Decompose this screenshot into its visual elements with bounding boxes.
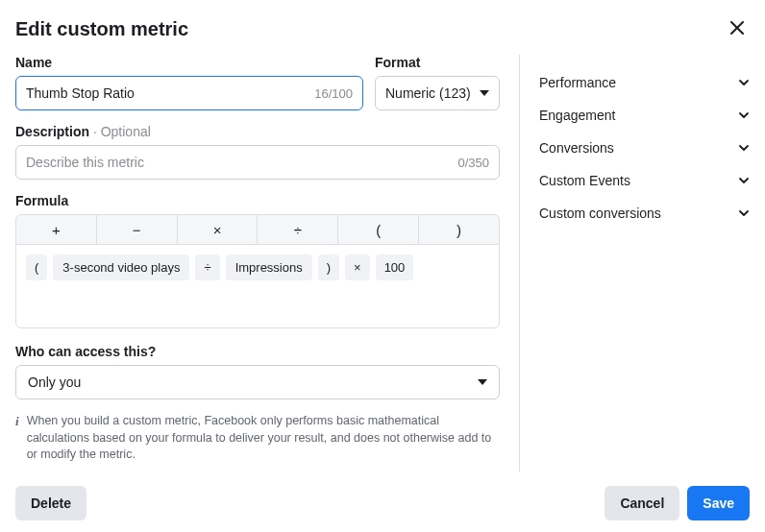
formula-label: Formula bbox=[15, 193, 500, 208]
formula-token[interactable]: ) bbox=[318, 254, 339, 280]
description-input[interactable]: Describe this metric 0/350 bbox=[15, 145, 500, 180]
cancel-button[interactable]: Cancel bbox=[605, 486, 679, 520]
operator-divide-button[interactable]: ÷ bbox=[258, 215, 338, 244]
format-selected-value: Numeric (123) bbox=[385, 85, 471, 101]
category-engagement[interactable]: Engagement bbox=[539, 99, 750, 132]
name-char-counter: 16/100 bbox=[314, 86, 353, 101]
format-select[interactable]: Numeric (123) bbox=[375, 76, 500, 110]
name-input-wrapper[interactable]: 16/100 bbox=[15, 76, 363, 110]
operator-rparen-button[interactable]: ) bbox=[419, 215, 499, 244]
description-label-text: Description bbox=[15, 124, 89, 139]
description-placeholder: Describe this metric bbox=[26, 155, 144, 170]
operator-toolbar: + − × ÷ ( ) bbox=[15, 214, 500, 244]
category-label: Engagement bbox=[539, 108, 615, 123]
access-select[interactable]: Only you bbox=[15, 365, 500, 399]
category-label: Custom Events bbox=[539, 173, 630, 188]
category-custom-events[interactable]: Custom Events bbox=[539, 164, 750, 197]
category-label: Custom conversions bbox=[539, 206, 661, 221]
name-label: Name bbox=[15, 55, 363, 70]
category-label: Conversions bbox=[539, 140, 614, 156]
description-optional-text: · Optional bbox=[89, 124, 151, 139]
operator-multiply-button[interactable]: × bbox=[178, 215, 259, 244]
description-label: Description · Optional bbox=[15, 124, 500, 139]
formula-token[interactable]: 100 bbox=[376, 254, 414, 280]
chevron-down-icon bbox=[738, 207, 750, 219]
caret-down-icon bbox=[480, 90, 489, 96]
formula-token[interactable]: 3-second video plays bbox=[53, 254, 189, 280]
info-text: When you build a custom metric, Facebook… bbox=[27, 413, 500, 464]
operator-minus-button[interactable]: − bbox=[97, 215, 178, 244]
access-label: Who can access this? bbox=[15, 344, 500, 359]
description-char-counter: 0/350 bbox=[457, 156, 489, 170]
name-input[interactable] bbox=[26, 85, 314, 101]
formula-token[interactable]: ÷ bbox=[195, 254, 219, 280]
chevron-down-icon bbox=[738, 109, 750, 121]
form-panel: Name 16/100 Format Numeric (123) Descrip… bbox=[15, 55, 519, 472]
chevron-down-icon bbox=[738, 175, 750, 186]
operator-lparen-button[interactable]: ( bbox=[338, 215, 419, 244]
formula-token[interactable]: Impressions bbox=[226, 254, 312, 280]
delete-button[interactable]: Delete bbox=[15, 486, 86, 520]
chevron-down-icon bbox=[738, 142, 750, 154]
formula-editor[interactable]: ( 3-second video plays ÷ Impressions ) ×… bbox=[15, 244, 500, 328]
formula-token[interactable]: × bbox=[345, 254, 370, 280]
dialog-title: Edit custom metric bbox=[15, 18, 188, 40]
caret-down-icon bbox=[478, 379, 487, 385]
category-label: Performance bbox=[539, 75, 616, 90]
formula-token[interactable]: ( bbox=[26, 254, 47, 280]
info-icon: i bbox=[15, 414, 19, 429]
operator-plus-button[interactable]: + bbox=[16, 215, 97, 244]
close-icon bbox=[728, 19, 746, 36]
category-conversions[interactable]: Conversions bbox=[539, 132, 750, 164]
format-label: Format bbox=[375, 55, 500, 70]
access-selected-value: Only you bbox=[28, 375, 81, 390]
save-button[interactable]: Save bbox=[687, 486, 750, 520]
category-performance[interactable]: Performance bbox=[539, 66, 750, 99]
chevron-down-icon bbox=[738, 77, 750, 88]
category-custom-conversions[interactable]: Custom conversions bbox=[539, 197, 750, 230]
categories-panel: Performance Engagement Conversions Custo… bbox=[519, 55, 750, 472]
close-button[interactable] bbox=[725, 15, 750, 43]
